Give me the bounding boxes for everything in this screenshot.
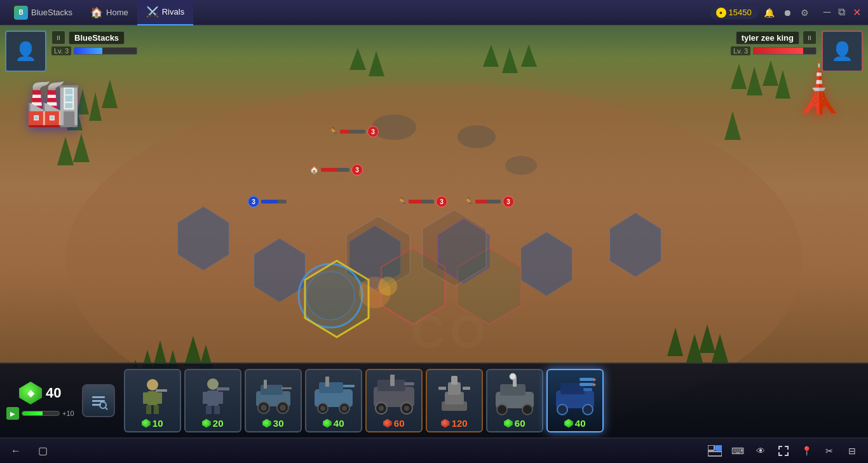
title-bar-left: B BlueStacks 🏠 Home ⚔️ Rivals [5, 0, 193, 25]
expand-icon[interactable] [775, 443, 792, 459]
tab-bluestacks[interactable]: B BlueStacks [5, 0, 81, 25]
energy-plus-label: +10 [62, 410, 74, 417]
left-player-info: ⏸ BlueStacks Lv. 3 [51, 31, 137, 55]
tab-home[interactable]: 🏠 Home [81, 0, 137, 25]
unit-cost-num-3: 30 [273, 418, 284, 429]
svg-rect-93 [438, 387, 446, 390]
unit-cost-3: 30 [262, 418, 284, 429]
svg-rect-112 [708, 452, 722, 456]
svg-rect-111 [715, 445, 722, 450]
cost-gem-2 [202, 419, 211, 428]
window-controls: ─ ⧉ ✕ [822, 6, 863, 18]
settings-icon[interactable]: ⚙ [799, 6, 811, 19]
unit-card-3[interactable]: 30 [245, 369, 302, 432]
left-base-building: 🏭 [25, 76, 81, 128]
svg-rect-80 [343, 385, 355, 387]
svg-rect-63 [214, 406, 220, 414]
play-button[interactable]: ▶ [6, 407, 19, 420]
svg-rect-74 [319, 382, 343, 393]
coin-amount: 15450 [729, 8, 752, 17]
svg-rect-57 [156, 389, 167, 392]
record-icon[interactable]: ⏺ [781, 6, 794, 19]
cost-gem-5 [383, 419, 392, 428]
svg-rect-56 [154, 405, 159, 414]
unit-card-8[interactable]: 40 [546, 369, 604, 432]
right-level-label: Lv. 3 [731, 46, 750, 55]
svg-rect-55 [146, 405, 151, 414]
tab-rivals[interactable]: ⚔️ Rivals [137, 0, 193, 25]
svg-point-104 [583, 404, 593, 415]
eye-icon[interactable]: 👁 [752, 443, 769, 459]
unit-cost-5: 60 [383, 418, 405, 429]
unit-card-4[interactable]: 40 [305, 369, 362, 432]
unit-cost-num-7: 60 [515, 418, 526, 429]
unit-card-7[interactable]: 60 [486, 369, 543, 432]
svg-rect-79 [325, 377, 329, 387]
notification-icon[interactable]: 🔔 [763, 6, 776, 19]
bluestacks-tab-label: BlueStacks [31, 8, 72, 17]
unit-indicator-3: 3 [248, 196, 287, 207]
deploy-button[interactable] [82, 384, 115, 417]
unit-card-2[interactable]: 20 [184, 369, 241, 432]
left-pause-icon[interactable]: ⏸ [51, 31, 65, 45]
unit-cost-2: 20 [202, 418, 224, 429]
left-health-fill [74, 48, 102, 54]
keyboard-icon[interactable]: ⌨ [729, 443, 746, 459]
unit-card-6[interactable]: 120 [426, 369, 483, 432]
scissors-icon[interactable]: ✂ [821, 443, 837, 459]
unit-cost-4: 40 [323, 418, 344, 429]
svg-point-98 [522, 404, 532, 415]
svg-point-70 [280, 404, 286, 411]
taskbar-left: ← ▢ [8, 443, 51, 459]
unit-indicator-2: 🏠 3 [309, 164, 363, 176]
unit-art-3 [246, 370, 301, 418]
title-bar-right: ● 15450 🔔 ⏺ ⚙ ─ ⧉ ✕ [710, 6, 864, 19]
menu-icon[interactable]: ⊟ [844, 443, 860, 459]
svg-rect-110 [708, 445, 714, 450]
svg-rect-64 [217, 387, 229, 390]
unit-cost-7: 60 [504, 418, 526, 429]
location-icon[interactable]: 📍 [798, 443, 815, 459]
unit-badge-4: 3 [436, 196, 447, 207]
home-tab-label: Home [106, 8, 128, 17]
unit-cost-num-8: 40 [575, 418, 586, 429]
unit-art-8 [548, 370, 602, 418]
right-player-avatar: 👤 [822, 31, 863, 72]
svg-rect-72 [281, 387, 292, 389]
unit-card-1[interactable]: 10 [124, 369, 181, 432]
title-bar: B BlueStacks 🏠 Home ⚔️ Rivals ● 15450 🔔 … [0, 0, 868, 25]
unit-cost-num-1: 10 [153, 418, 163, 429]
right-health-bar [753, 47, 817, 55]
energy-bar-row: ▶ +10 [6, 407, 74, 420]
unit-cost-num-4: 40 [334, 418, 344, 429]
home-taskbar-icon[interactable]: ▢ [34, 443, 51, 459]
unit-art-4 [306, 370, 361, 418]
back-icon[interactable]: ← [8, 443, 24, 459]
right-pause-icon[interactable]: ⏸ [803, 31, 817, 45]
svg-rect-105 [580, 378, 593, 381]
cost-gem-8 [564, 419, 573, 428]
left-level-label: Lv. 3 [51, 46, 71, 55]
svg-point-51 [147, 379, 158, 390]
unit-indicator-4: 🏃 3 [397, 196, 447, 207]
unit-cost-num-2: 20 [213, 418, 224, 429]
unit-cost-1: 10 [142, 418, 163, 429]
energy-progress-bar [22, 411, 60, 416]
svg-rect-92 [451, 376, 458, 385]
game-area: 🏭 🗼 👤 ⏸ BlueStacks Lv. 3 👤 ⏸ [0, 25, 868, 438]
svg-rect-88 [404, 382, 414, 385]
unit-indicator-5: 🏃 3 [464, 196, 514, 207]
close-button[interactable]: ✕ [851, 6, 863, 18]
taskbar: ← ▢ ⌨ 👁 📍 ✂ ⊟ [0, 438, 868, 463]
unit-card-5[interactable]: 60 [365, 369, 423, 432]
unit-art-5 [367, 370, 421, 418]
svg-marker-109 [593, 383, 596, 387]
svg-point-68 [261, 404, 267, 411]
restore-button[interactable]: ⧉ [836, 6, 847, 18]
unit-art-6 [427, 370, 482, 418]
minimize-button[interactable]: ─ [822, 6, 832, 18]
keyboard-layout-icon[interactable] [707, 443, 723, 459]
unit-indicator-1: 🏃 3 [329, 126, 379, 137]
svg-rect-107 [583, 388, 592, 391]
svg-rect-106 [580, 383, 593, 386]
